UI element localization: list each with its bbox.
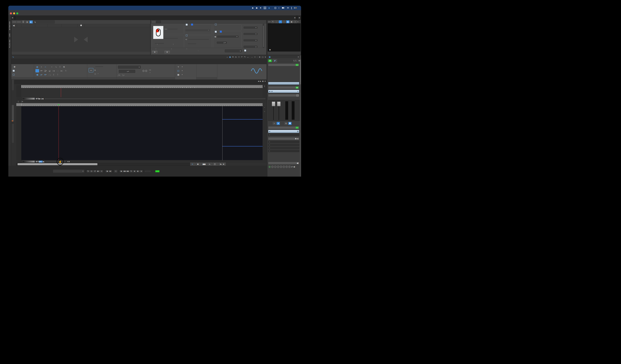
overview-ruler[interactable] [21, 85, 263, 88]
clear-selection-icon[interactable]: ⬚ₓ [48, 73, 51, 76]
minimize-button[interactable] [13, 12, 15, 14]
spotlight-icon[interactable] [291, 7, 292, 9]
mastered-files-tab[interactable] [12, 105, 14, 122]
source-files-tab[interactable] [12, 79, 14, 91]
marker-search-input[interactable] [33, 21, 55, 23]
ua-diamond-icon[interactable]: ◆ [268, 7, 270, 9]
undo-icon[interactable]: ↶ [241, 56, 242, 58]
bluetooth-icon[interactable]: ᛒ [278, 7, 280, 9]
playback-slot[interactable]: ıll [268, 141, 299, 143]
overview-right-strip[interactable]: ▲⌃ [263, 85, 266, 97]
region-select-icon[interactable]: ❏▾ [44, 69, 47, 72]
dropbox-icon[interactable]: ❖ [260, 7, 261, 9]
arrow-down-icon[interactable]: ↓ [275, 20, 278, 23]
audio-format[interactable]: i [213, 163, 218, 165]
playback-slot[interactable]: ıll [268, 144, 299, 146]
tab-spectral-profile[interactable] [156, 20, 161, 23]
record-button[interactable]: ● [140, 170, 143, 173]
record-icon[interactable]: ◉ [252, 7, 254, 9]
show-edit-tip-checkbox[interactable]: ✓ [13, 70, 15, 72]
pen-tool-icon[interactable]: ✎ [271, 20, 275, 23]
play-scrub-icon[interactable]: ▶◁ [39, 98, 42, 100]
speaker-out-icon[interactable]: ◀) [293, 166, 295, 168]
difference-range-select[interactable]: ▼ [244, 39, 258, 41]
tab-menu-icon[interactable]: ≣ [264, 80, 266, 82]
speaker-icon[interactable]: ◀) [214, 36, 216, 38]
bitmeter-tab[interactable]: BITMETER [9, 21, 10, 30]
goto-marker-icon[interactable]: ▶| [30, 21, 33, 23]
redo-icon[interactable]: ↷ [244, 56, 245, 58]
col-comment[interactable] [85, 24, 150, 27]
intensity-gradient[interactable] [22, 98, 35, 100]
playback-slot[interactable]: ıll [268, 147, 299, 149]
momentary-loudness-checkbox[interactable] [186, 34, 188, 36]
titlebar[interactable] [8, 10, 301, 16]
tab-loudness-profile[interactable] [151, 20, 156, 23]
audition-icon[interactable]: ◀) [35, 73, 39, 76]
magic-wand-icon[interactable]: ⚹▾ [40, 73, 43, 76]
duplicate-icon[interactable]: ⧉ [62, 65, 66, 68]
rewind-button[interactable]: ◀◀ [123, 170, 126, 173]
gear-icon[interactable]: ⚙ [36, 161, 37, 163]
view-button[interactable] [268, 21, 271, 22]
reset-icon[interactable]: I← [295, 60, 298, 62]
extend-bottom-icon[interactable]: ⊻ [52, 73, 55, 76]
harmonics-select-icon[interactable]: ≋▾ [44, 73, 47, 76]
ibeam-tool-icon[interactable]: ⌶ [18, 100, 19, 103]
new-window-icon[interactable]: ⧉ [232, 56, 234, 58]
tab-scroll-right-icon[interactable]: ▶ [260, 80, 261, 82]
playhead-marker[interactable] [58, 104, 59, 106]
master-preset-select[interactable] [278, 59, 293, 62]
speaker-knob[interactable]: 5 [285, 165, 288, 168]
forward-button[interactable]: ▶▶ [126, 170, 130, 173]
time-selection-icon[interactable]: ▥ [35, 65, 39, 68]
timer-button[interactable]: ◷ [90, 170, 93, 173]
speaker-power-knob[interactable]: ◉ [268, 165, 271, 168]
auto-play-checkbox[interactable] [13, 74, 15, 76]
gain-spinner[interactable]: ▲▼ [119, 70, 135, 73]
source-at-cursor-icon[interactable]: ▭ [89, 68, 93, 72]
list-icon[interactable]: ≣ [259, 56, 260, 58]
star-add-icon[interactable]: ★₊ [220, 163, 222, 165]
panel-options-icon[interactable]: ≣ [296, 56, 300, 58]
gear-icon[interactable]: ⚙ [36, 98, 37, 100]
display-range-select[interactable]: ▼ [244, 27, 258, 29]
col-name[interactable] [21, 24, 35, 27]
ibeam-icon[interactable]: I [294, 20, 297, 23]
presets-icon[interactable]: ▤ [176, 73, 180, 76]
rotate-selection-icon[interactable]: ↻ [64, 69, 68, 72]
device-icon[interactable]: ▯ [275, 7, 276, 9]
unlink-faders-icon[interactable]: ≡ [273, 122, 276, 125]
short-term-checkbox[interactable]: ✓ [215, 31, 217, 33]
zoom-selection-icon[interactable] [54, 65, 58, 68]
magnet-icon[interactable]: ∩ [44, 65, 47, 68]
marker-list-icon[interactable]: ▤ [26, 21, 29, 23]
monitor-icon[interactable]: ▭ [297, 138, 298, 140]
functions-button[interactable] [12, 21, 16, 22]
panel-icon[interactable]: ⊞ [295, 138, 296, 140]
swap-speakers-icon[interactable]: ⇄ [291, 166, 293, 168]
dynamic-range-select[interactable]: ▼ [244, 33, 258, 35]
swap-channels-icon[interactable]: ⇅ [37, 98, 39, 100]
pin-icon[interactable]: ▾ [265, 56, 266, 58]
integrated-color-swatch[interactable] [191, 24, 193, 26]
hotspot-number-spinner[interactable]: ▲ [244, 46, 258, 48]
copy-icon[interactable]: ⧉ [94, 69, 96, 71]
effects-header[interactable]: -□- [268, 64, 299, 66]
maximize-icon[interactable]: ▢ [262, 56, 263, 58]
master-level-header[interactable]: − [268, 94, 299, 97]
fader-left[interactable] [272, 102, 275, 106]
playback-processing-header[interactable]: ⊞▭ [268, 137, 299, 140]
select-list-icon[interactable]: ≡ [50, 65, 53, 68]
speaker-knob[interactable]: 3 [280, 165, 282, 168]
extend-top-icon[interactable]: ⊼ [58, 65, 62, 68]
zoom-button[interactable] [16, 12, 18, 14]
panel-options-icon[interactable]: ≣ [297, 16, 301, 20]
ruler-relative-icon[interactable]: ▦ [290, 20, 293, 23]
play-from-cursor-button[interactable]: ▶I [97, 170, 100, 173]
speaker-knob[interactable]: 1 [274, 165, 276, 168]
tab-list-icon[interactable]: ▦ [262, 80, 264, 82]
speaker-column-icon[interactable]: ◀) [12, 24, 17, 27]
integrated-loudness-checkbox[interactable]: ✓ [186, 24, 188, 26]
short-term-exclude-spinner[interactable]: ▲▼ [217, 42, 227, 44]
